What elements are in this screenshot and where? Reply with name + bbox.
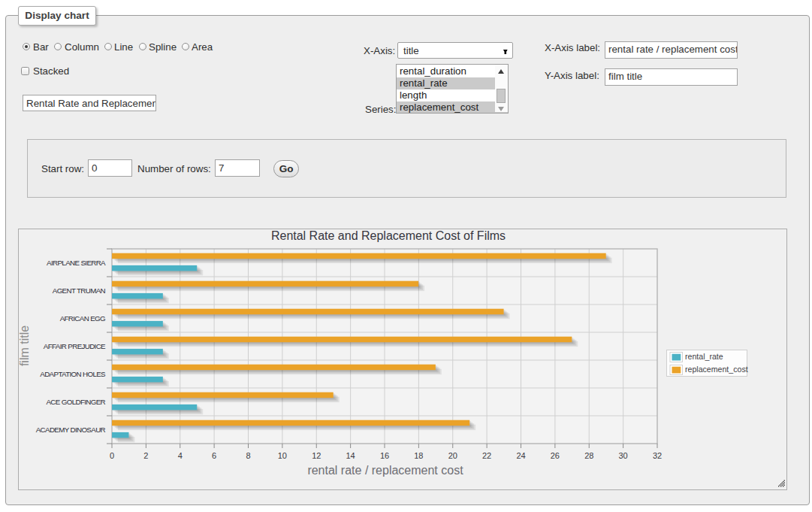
svg-text:0: 0 xyxy=(110,451,114,460)
svg-text:28: 28 xyxy=(584,451,593,460)
svg-text:22: 22 xyxy=(482,451,491,460)
svg-text:10: 10 xyxy=(278,451,287,460)
svg-text:replacement_cost: replacement_cost xyxy=(685,365,748,374)
svg-text:26: 26 xyxy=(551,451,560,460)
svg-text:24: 24 xyxy=(516,451,525,460)
svg-text:12: 12 xyxy=(312,451,321,460)
svg-text:2: 2 xyxy=(143,451,148,460)
svg-text:rental_rate: rental_rate xyxy=(685,352,723,361)
svg-text:6: 6 xyxy=(212,451,216,460)
svg-text:AFFAIR PREJUDICE: AFFAIR PREJUDICE xyxy=(44,342,106,350)
svg-text:18: 18 xyxy=(414,451,423,460)
svg-text:AFRICAN EGG: AFRICAN EGG xyxy=(60,314,105,323)
svg-text:rental rate / replacement cost: rental rate / replacement cost xyxy=(307,464,463,477)
svg-text:30: 30 xyxy=(619,451,628,460)
svg-text:AGENT TRUMAN: AGENT TRUMAN xyxy=(53,286,106,295)
svg-text:film title: film title xyxy=(19,326,31,366)
svg-text:4: 4 xyxy=(178,451,183,460)
svg-text:8: 8 xyxy=(246,451,250,460)
svg-text:ADAPTATION HOLES: ADAPTATION HOLES xyxy=(40,370,106,378)
svg-text:AIRPLANE SIERRA: AIRPLANE SIERRA xyxy=(47,259,106,267)
svg-text:20: 20 xyxy=(448,451,457,460)
svg-text:32: 32 xyxy=(653,451,662,460)
svg-text:14: 14 xyxy=(346,451,355,460)
svg-text:Rental Rate and Replacement Co: Rental Rate and Replacement Cost of Film… xyxy=(271,229,506,242)
svg-text:16: 16 xyxy=(380,451,389,460)
svg-text:ACADEMY DINOSAUR: ACADEMY DINOSAUR xyxy=(36,426,106,434)
svg-text:ACE GOLDFINGER: ACE GOLDFINGER xyxy=(46,398,105,406)
